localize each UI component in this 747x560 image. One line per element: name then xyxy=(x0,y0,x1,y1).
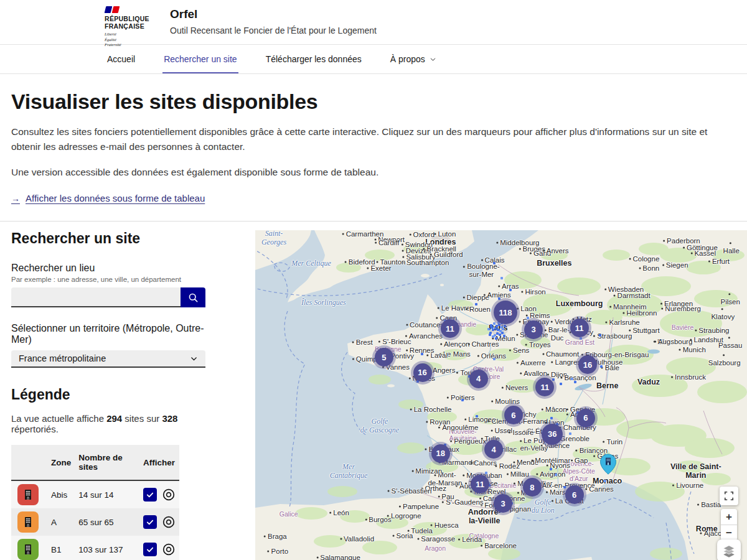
site-marker-dot[interactable] xyxy=(502,328,504,330)
checkmark-icon xyxy=(146,518,154,526)
nav-item-telecharger-les-donnees[interactable]: Télécharger les données xyxy=(265,45,363,73)
map-cluster-marker[interactable]: 5 xyxy=(372,345,396,369)
map-cluster-marker[interactable]: 16 xyxy=(576,353,599,376)
site-marker-dot[interactable] xyxy=(490,324,492,327)
site-marker-dot[interactable] xyxy=(509,289,512,291)
map-cluster-marker[interactable]: 4 xyxy=(482,437,505,461)
map-cluster-marker[interactable]: 11 xyxy=(468,472,492,496)
cluster-count: 6 xyxy=(504,406,523,424)
search-sidebar: Rechercher un site Rechercher un lieu Pa… xyxy=(11,230,205,560)
site-marker-dot[interactable] xyxy=(493,358,496,360)
site-pin-monaco[interactable] xyxy=(600,454,617,477)
shown-count: 294 xyxy=(106,413,122,424)
map-cluster-marker[interactable]: 11 xyxy=(438,317,462,340)
eye-icon xyxy=(162,515,176,529)
map-cluster-marker[interactable]: 118 xyxy=(491,298,520,327)
table-view-link-label: Afficher les données sous forme de table… xyxy=(26,193,205,203)
zone-visibility-checkbox[interactable] xyxy=(143,488,157,502)
zoom-in-button[interactable]: + xyxy=(721,509,737,525)
map-cluster-marker[interactable]: 3 xyxy=(522,318,545,342)
search-button[interactable] xyxy=(181,287,205,307)
map-cluster-marker[interactable]: 6 xyxy=(563,483,586,506)
map-cluster-marker[interactable]: 11 xyxy=(533,375,557,399)
zone-focus-button[interactable] xyxy=(162,543,176,556)
zone-focus-button[interactable] xyxy=(162,488,176,502)
site-marker-dot[interactable] xyxy=(604,480,606,482)
site-marker-dot[interactable] xyxy=(495,337,497,340)
site-marker-dot[interactable] xyxy=(571,378,573,380)
col-show: Afficher xyxy=(139,445,179,480)
cluster-count: 6 xyxy=(576,409,595,427)
site-marker-dot[interactable] xyxy=(475,303,477,306)
zoom-control: + − xyxy=(721,509,737,541)
site-marker-dot[interactable] xyxy=(569,432,571,435)
site-marker-dot[interactable] xyxy=(476,415,478,418)
zone-label: B1 xyxy=(47,536,75,560)
intro-paragraph-2: Une version accessible des données est é… xyxy=(11,165,736,180)
site-marker-dot[interactable] xyxy=(493,262,496,264)
site-marker-dot[interactable] xyxy=(503,335,505,337)
legend-row: Abis14 sur 14 xyxy=(11,480,179,508)
map-cluster-marker[interactable]: 16 xyxy=(411,361,435,385)
fullscreen-button[interactable] xyxy=(720,487,738,505)
site-marker-dot[interactable] xyxy=(501,332,504,334)
map-cluster-marker[interactable]: 18 xyxy=(429,442,453,465)
nav-item-a-propos[interactable]: À propos xyxy=(389,45,438,73)
site-marker-dot[interactable] xyxy=(600,365,603,368)
cluster-count: 4 xyxy=(469,370,488,388)
site-marker-dot[interactable] xyxy=(461,399,464,401)
cluster-count: 11 xyxy=(441,319,459,338)
gouv-logo: RÉPUBLIQUE FRANÇAISE Liberté Égalité Fra… xyxy=(105,6,149,47)
map-cluster-marker[interactable]: 36 xyxy=(539,421,565,447)
legend-row: B1103 sur 137 xyxy=(11,536,179,560)
zone-color-icon xyxy=(17,511,39,533)
site-marker-dot[interactable] xyxy=(492,335,494,338)
zone-count: 14 sur 14 xyxy=(75,480,139,508)
location-search-input[interactable] xyxy=(11,287,181,307)
cluster-count: 118 xyxy=(494,301,517,324)
nav-item-accueil[interactable]: Accueil xyxy=(106,45,136,73)
map-cluster-marker[interactable]: 4 xyxy=(467,367,491,391)
layers-button[interactable] xyxy=(717,539,741,560)
site-marker-dot[interactable] xyxy=(574,381,576,383)
cluster-count: 36 xyxy=(542,424,563,445)
cluster-count: 16 xyxy=(413,363,432,382)
site-marker-dot[interactable] xyxy=(560,383,562,385)
location-label: Rechercher un lieu xyxy=(11,263,205,274)
map-cluster-marker[interactable]: 8 xyxy=(520,475,544,499)
site-marker-dot[interactable] xyxy=(487,328,490,330)
site-marker-dot[interactable] xyxy=(489,334,491,336)
zoom-out-button[interactable]: − xyxy=(721,525,737,541)
map[interactable]: LondresParisBruxellesLuxembourgBerneVadu… xyxy=(255,230,747,560)
main-nav: Accueil Rechercher un site Télécharger l… xyxy=(0,45,747,74)
site-marker-dot[interactable] xyxy=(555,474,557,476)
map-cluster-marker[interactable]: 3 xyxy=(491,492,515,515)
table-view-link[interactable]: → Afficher les données sous forme de tab… xyxy=(11,193,205,203)
nav-item-rechercher-un-site[interactable]: Rechercher un site xyxy=(162,45,238,73)
site-marker-dot[interactable] xyxy=(421,353,423,355)
zone-label: A xyxy=(47,508,75,536)
map-cluster-marker[interactable]: 6 xyxy=(502,403,525,427)
nav-label: Accueil xyxy=(107,54,135,64)
zone-visibility-checkbox[interactable] xyxy=(143,543,157,556)
zone-count: 65 sur 65 xyxy=(75,508,139,536)
app-subtitle: Outil Recensant le Foncier de l'État pou… xyxy=(170,26,377,35)
territory-select[interactable]: France métropolitaine xyxy=(11,350,205,368)
site-marker-dot[interactable] xyxy=(492,329,494,331)
zone-focus-button[interactable] xyxy=(162,515,176,529)
map-cluster-marker[interactable]: 6 xyxy=(574,406,598,430)
cluster-count: 5 xyxy=(375,348,393,366)
map-cluster-marker[interactable]: 11 xyxy=(568,316,591,340)
cluster-count: 6 xyxy=(565,485,584,504)
building-icon xyxy=(22,516,34,528)
app-title: Orfel xyxy=(170,7,377,21)
eye-icon xyxy=(162,488,176,502)
site-marker-dot[interactable] xyxy=(599,334,601,337)
site-marker-dot[interactable] xyxy=(500,277,503,279)
site-marker-dot[interactable] xyxy=(550,417,553,419)
site-marker-dot[interactable] xyxy=(550,468,552,470)
zone-visibility-checkbox[interactable] xyxy=(143,515,157,529)
cluster-count: 18 xyxy=(431,444,450,463)
site-header: RÉPUBLIQUE FRANÇAISE Liberté Égalité Fra… xyxy=(0,0,747,45)
site-marker-dot[interactable] xyxy=(496,332,499,335)
